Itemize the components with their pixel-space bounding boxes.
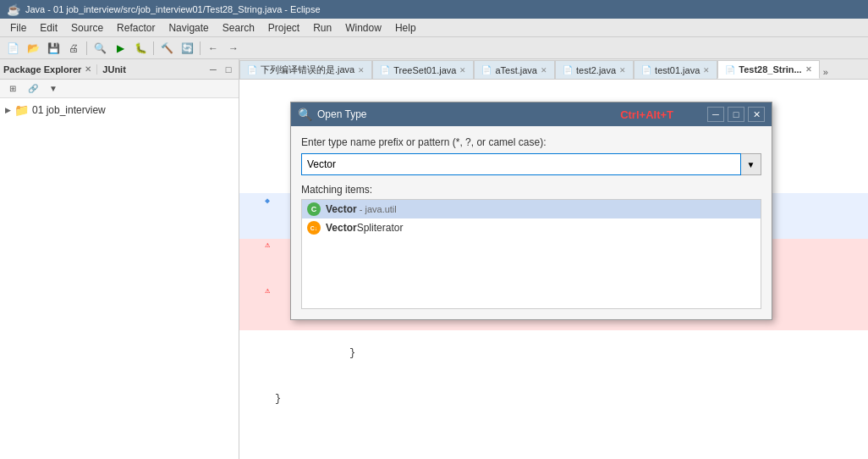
- list-item-0[interactable]: C Vector - java.util: [302, 200, 761, 218]
- tree-item-project[interactable]: ▶ 📁 01 job_interview: [3, 102, 235, 119]
- sidebar: Package Explorer ✕ JUnit ─ □ ⊞ 🔗 ▼ ▶ 📁 0…: [0, 59, 239, 459]
- item-icon-1: C↓: [307, 221, 321, 235]
- code-line-8: [239, 376, 868, 391]
- sidebar-minimize[interactable]: ─: [206, 63, 220, 76]
- project-icon: 📁: [14, 103, 29, 117]
- sidebar-maximize[interactable]: □: [222, 63, 235, 76]
- sidebar-tree: ▶ 📁 01 job_interview: [0, 98, 239, 459]
- gutter-7: [239, 330, 265, 376]
- tab-4[interactable]: 📄 test01.java ✕: [634, 60, 717, 79]
- dialog-minimize-btn[interactable]: ─: [707, 107, 724, 122]
- tab-bar: 📄 下列编译错误的是.java ✕ 📄 TreeSet01.java ✕ 📄 a…: [239, 59, 868, 80]
- sidebar-toolbar: ⊞ 🔗 ▼: [0, 80, 239, 98]
- tab-close-1[interactable]: ✕: [459, 66, 466, 75]
- sep3: [200, 41, 201, 55]
- gutter-2: [239, 132, 265, 147]
- tab-2[interactable]: 📄 aTest.java ✕: [474, 60, 555, 79]
- sidebar-sep: [96, 64, 97, 75]
- menu-source[interactable]: Source: [64, 20, 110, 36]
- tab-icon-3: 📄: [563, 65, 573, 75]
- open-type-dialog[interactable]: 🔍 Open Type Ctrl+Alt+T ─ □ ✕ Enter ty: [290, 102, 772, 320]
- toolbar-save[interactable]: 💾: [44, 40, 63, 57]
- tab-icon-2: 📄: [481, 65, 492, 75]
- gutter-1: [239, 86, 265, 132]
- dialog-shortcut: Ctrl+Alt+T: [620, 108, 673, 121]
- tab-icon-5: 📄: [725, 65, 735, 75]
- gutter-4: [239, 193, 265, 239]
- eclipse-icon: ☕: [7, 3, 20, 16]
- menu-help[interactable]: Help: [388, 20, 423, 36]
- dialog-title-left: 🔍 Open Type: [298, 108, 367, 121]
- tab-close-3[interactable]: ✕: [619, 66, 626, 75]
- menu-window[interactable]: Window: [338, 20, 388, 36]
- tab-close-2[interactable]: ✕: [541, 66, 547, 75]
- dialog-dropdown-btn[interactable]: ▼: [741, 153, 761, 175]
- toolbar-back[interactable]: ←: [204, 40, 222, 57]
- menu-refactor[interactable]: Refactor: [110, 20, 162, 36]
- dialog-controls: ─ □ ✕: [707, 107, 765, 122]
- marker-3: [265, 147, 272, 193]
- menu-edit[interactable]: Edit: [33, 20, 64, 36]
- code-line-9: }: [239, 391, 868, 406]
- title-bar: ☕ Java - 01 job_interview/src/job_interv…: [0, 0, 868, 19]
- tab-label-2: aTest.java: [495, 65, 537, 75]
- dialog-titlebar-right: Ctrl+Alt+T ─ □ ✕: [620, 107, 765, 122]
- sidebar-tab-package-explorer[interactable]: Package Explorer: [3, 64, 81, 75]
- gutter-8: [239, 376, 265, 391]
- toolbar-forward[interactable]: →: [224, 40, 243, 57]
- tab-0[interactable]: 📄 下列编译错误的是.java ✕: [239, 60, 372, 79]
- tab-label-3: test2.java: [576, 65, 616, 75]
- tab-1[interactable]: 📄 TreeSet01.java ✕: [372, 60, 474, 79]
- marker-7: [265, 330, 272, 376]
- toolbar-build[interactable]: 🔨: [157, 40, 176, 57]
- list-item-1[interactable]: C↓ VectorSpliterator: [302, 218, 761, 237]
- sidebar-menu[interactable]: ▼: [44, 80, 63, 97]
- dialog-close-btn[interactable]: ✕: [748, 107, 765, 122]
- tab-label-1: TreeSet01.java: [393, 65, 456, 75]
- matching-items-list[interactable]: C Vector - java.util C↓ VectorSpliterato…: [301, 199, 761, 309]
- tab-close-4[interactable]: ✕: [703, 66, 710, 75]
- content-8: [272, 376, 868, 391]
- tab-close-5[interactable]: ✕: [805, 65, 812, 74]
- dialog-input-row: ▼: [301, 153, 761, 175]
- toolbar-open[interactable]: 📂: [24, 40, 42, 57]
- toolbar-run[interactable]: ▶: [111, 40, 129, 57]
- marker-5: ⚠: [265, 239, 272, 285]
- dialog-type-input[interactable]: [301, 153, 741, 175]
- tab-3[interactable]: 📄 test2.java ✕: [555, 60, 634, 79]
- dialog-body: Enter type name prefix or pattern (*, ?,…: [291, 126, 772, 319]
- matching-label: Matching items:: [301, 184, 761, 196]
- toolbar-print[interactable]: 🖨: [64, 40, 83, 57]
- toolbar: 📄 📂 💾 🖨 🔍 ▶ 🐛 🔨 🔄 ← →: [0, 37, 868, 59]
- menu-navigate[interactable]: Navigate: [162, 20, 215, 36]
- dialog-maximize-btn[interactable]: □: [728, 107, 744, 122]
- sidebar-header: Package Explorer ✕ JUnit ─ □: [0, 59, 239, 80]
- toolbar-refresh[interactable]: 🔄: [178, 40, 196, 57]
- sidebar-tab-close-icon[interactable]: ✕: [85, 64, 91, 74]
- menu-run[interactable]: Run: [306, 20, 338, 36]
- marker-2: [265, 132, 272, 147]
- menu-file[interactable]: File: [3, 20, 33, 36]
- marker-4: ◆: [265, 193, 272, 239]
- tab-overflow[interactable]: »: [820, 65, 832, 79]
- tab-close-0[interactable]: ✕: [358, 66, 365, 75]
- item-icon-0: C: [307, 202, 321, 216]
- toolbar-new[interactable]: 📄: [3, 40, 22, 57]
- menu-bar: File Edit Source Refactor Navigate Searc…: [0, 19, 868, 37]
- tab-5[interactable]: 📄 Test28_Strin... ✕: [717, 60, 819, 79]
- sidebar-tab-junit[interactable]: JUnit: [102, 64, 126, 75]
- menu-project[interactable]: Project: [261, 20, 306, 36]
- dialog-title-text: Open Type: [317, 108, 367, 120]
- marker-9: [265, 391, 272, 406]
- sidebar-collapse-all[interactable]: ⊞: [3, 80, 22, 97]
- sep2: [153, 41, 154, 55]
- main-area: Package Explorer ✕ JUnit ─ □ ⊞ 🔗 ▼ ▶ 📁 0…: [0, 59, 868, 459]
- toolbar-debug[interactable]: 🐛: [131, 40, 150, 57]
- menu-search[interactable]: Search: [216, 20, 261, 36]
- toolbar-search[interactable]: 🔍: [91, 40, 109, 57]
- tab-label-4: test01.java: [655, 65, 700, 75]
- gutter-3: [239, 147, 265, 193]
- tree-project-label: 01 job_interview: [32, 104, 106, 116]
- sidebar-link-editor[interactable]: 🔗: [24, 80, 42, 97]
- content-9: }: [272, 391, 868, 406]
